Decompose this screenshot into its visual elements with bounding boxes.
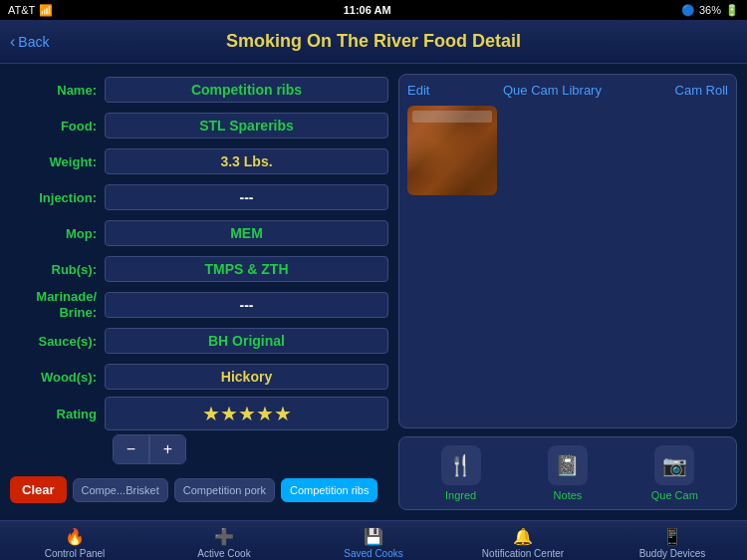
rib-photo-image xyxy=(407,106,497,195)
rating-stepper: − + xyxy=(113,434,186,464)
active-cook-label: Active Cook xyxy=(197,548,250,559)
bluetooth-icon: 🔵 xyxy=(681,4,695,17)
status-bar: AT&T 📶 11:06 AM 🔵 36% 🔋 xyxy=(0,0,747,20)
woods-value[interactable]: Hickory xyxy=(105,364,388,390)
saved-cooks-nav[interactable]: 💾 Saved Cooks xyxy=(324,527,423,559)
back-button[interactable]: ‹ Back xyxy=(10,33,49,51)
woods-label: Wood(s): xyxy=(10,370,105,385)
injection-value[interactable]: --- xyxy=(105,184,388,210)
wifi-icon: 📶 xyxy=(39,4,53,17)
ingred-icon: 🍴 xyxy=(441,445,481,485)
notification-center-label: Notification Center xyxy=(482,548,564,559)
que-cam-library-tab[interactable]: Que Cam Library xyxy=(503,83,602,98)
buddy-devices-label: Buddy Devices xyxy=(639,548,706,559)
photo-section: Edit Que Cam Library Cam Roll xyxy=(398,74,737,428)
mop-label: Mop: xyxy=(10,226,105,241)
food-value[interactable]: STL Spareribs xyxy=(105,113,388,139)
ingred-button[interactable]: 🍴 Ingred xyxy=(431,445,491,501)
cam-roll-tab[interactable]: Cam Roll xyxy=(675,83,728,98)
notification-center-nav[interactable]: 🔔 Notification Center xyxy=(473,527,573,559)
main-content: Name: Competition ribs Food: STL Spareri… xyxy=(0,64,747,520)
stepper-minus-button[interactable]: − xyxy=(114,435,149,463)
weight-label: Weight: xyxy=(10,154,105,169)
buddy-devices-icon: 📱 xyxy=(662,527,682,546)
bottom-nav: 🔥 Control Panel ➕ Active Cook 💾 Saved Co… xyxy=(0,520,747,560)
injection-row: Injection: --- xyxy=(10,181,388,213)
form-panel: Name: Competition ribs Food: STL Spareri… xyxy=(10,74,388,510)
notification-center-icon: 🔔 xyxy=(513,527,533,546)
control-panel-nav[interactable]: 🔥 Control Panel xyxy=(25,527,124,559)
status-battery: 🔵 36% 🔋 xyxy=(681,4,739,17)
sauces-value[interactable]: BH Original xyxy=(105,328,388,354)
saved-cooks-label: Saved Cooks xyxy=(344,548,402,559)
battery-icon: 🔋 xyxy=(725,4,739,17)
food-photo[interactable] xyxy=(407,106,497,195)
marinade-label: Marinade/Brine: xyxy=(10,289,105,320)
food-tabs-row: Clear Compe...Brisket Competition pork C… xyxy=(10,476,388,503)
saved-cooks-icon: 💾 xyxy=(364,527,383,546)
marinade-value[interactable]: --- xyxy=(105,292,388,318)
marinade-row: Marinade/Brine: --- xyxy=(10,289,388,321)
header: ‹ Back Smoking On The River Food Detail xyxy=(0,20,747,64)
name-row: Name: Competition ribs xyxy=(10,74,388,106)
carrier-text: AT&T xyxy=(8,4,35,16)
active-cook-nav[interactable]: ➕ Active Cook xyxy=(174,527,274,559)
weight-value[interactable]: 3.3 Lbs. xyxy=(105,148,388,174)
food-row: Food: STL Spareribs xyxy=(10,110,388,141)
mop-row: Mop: MEM xyxy=(10,217,388,249)
rubs-row: Rub(s): TMPS & ZTH xyxy=(10,253,388,285)
name-label: Name: xyxy=(10,83,105,98)
sauces-label: Sauce(s): xyxy=(10,334,105,349)
rubs-value[interactable]: TMPS & ZTH xyxy=(105,256,388,282)
tab-competition-ribs[interactable]: Competition ribs xyxy=(281,478,377,502)
que-cam-button[interactable]: 📷 Que Cam xyxy=(644,445,704,501)
notes-label: Notes xyxy=(554,489,583,501)
control-panel-icon: 🔥 xyxy=(65,527,85,546)
sauces-row: Sauce(s): BH Original xyxy=(10,325,388,357)
status-carrier: AT&T 📶 xyxy=(8,4,53,17)
rubs-label: Rub(s): xyxy=(10,262,105,277)
tab-competition-pork[interactable]: Competition pork xyxy=(174,478,275,502)
right-panel: Edit Que Cam Library Cam Roll 🍴 Ingred 📓… xyxy=(398,74,737,510)
rating-stars[interactable]: ★★★★★ xyxy=(105,397,388,430)
notes-button[interactable]: 📓 Notes xyxy=(538,445,598,501)
back-chevron-icon: ‹ xyxy=(10,33,15,51)
status-time: 11:06 AM xyxy=(344,4,391,16)
buddy-devices-nav[interactable]: 📱 Buddy Devices xyxy=(622,527,722,559)
notes-icon: 📓 xyxy=(548,445,588,485)
weight-row: Weight: 3.3 Lbs. xyxy=(10,145,388,177)
que-cam-icon: 📷 xyxy=(654,445,694,485)
injection-label: Injection: xyxy=(10,190,105,205)
que-cam-label: Que Cam xyxy=(651,489,698,501)
photo-tabs: Edit Que Cam Library Cam Roll xyxy=(407,83,728,98)
back-label: Back xyxy=(18,34,49,50)
ingred-label: Ingred xyxy=(445,489,476,501)
control-panel-label: Control Panel xyxy=(45,548,106,559)
rating-row: Rating ★★★★★ xyxy=(10,397,388,430)
stepper-row: − + xyxy=(10,434,388,464)
action-section: 🍴 Ingred 📓 Notes 📷 Que Cam xyxy=(398,436,737,510)
name-value[interactable]: Competition ribs xyxy=(105,77,388,103)
page-title: Smoking On The River Food Detail xyxy=(226,31,521,52)
food-label: Food: xyxy=(10,119,105,134)
edit-tab[interactable]: Edit xyxy=(407,83,429,98)
clear-button[interactable]: Clear xyxy=(10,476,67,503)
rating-label: Rating xyxy=(10,407,105,421)
tab-competition-brisket[interactable]: Compe...Brisket xyxy=(73,478,168,502)
mop-value[interactable]: MEM xyxy=(105,220,388,246)
active-cook-icon: ➕ xyxy=(214,527,234,546)
stepper-plus-button[interactable]: + xyxy=(149,435,185,463)
woods-row: Wood(s): Hickory xyxy=(10,361,388,393)
battery-text: 36% xyxy=(699,4,721,16)
